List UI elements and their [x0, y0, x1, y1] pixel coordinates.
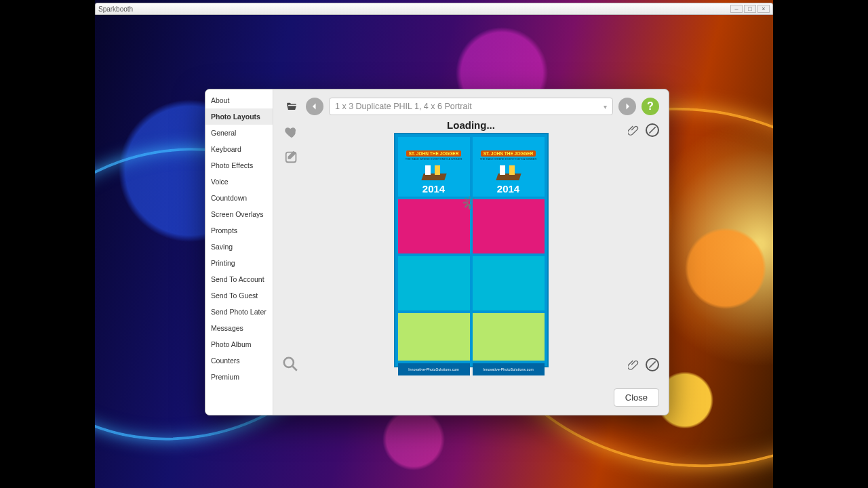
titlebar[interactable]: Sparkbooth – □ × — [95, 3, 773, 15]
preview-slot-1-right — [473, 199, 545, 253]
preferences-sidebar: About Photo Layouts General Keyboard Pho… — [205, 89, 273, 415]
folder-open-icon[interactable] — [283, 98, 300, 115]
preview-header-right: ST. JOHN THE JOGGER THE RACE WHERE EVERY… — [473, 137, 545, 197]
layout-toolbar: 1 x 3 Duplicate PHIL 1, 4 x 6 Portrait ▾… — [283, 98, 659, 115]
attach-overlay-button-2[interactable] — [627, 358, 640, 371]
next-layout-button[interactable] — [618, 98, 636, 115]
clear-overlay-button[interactable] — [646, 123, 659, 137]
sidebar-item-countdown[interactable]: Countdown — [205, 190, 273, 206]
help-button[interactable]: ? — [642, 98, 659, 115]
sidebar-item-counters[interactable]: Counters — [205, 352, 273, 369]
favorite-button[interactable] — [283, 123, 300, 141]
clear-overlay-button-2[interactable] — [646, 358, 659, 371]
minimize-button[interactable]: – — [730, 5, 743, 13]
sidebar-item-send-to-guest[interactable]: Send To Guest — [205, 287, 273, 304]
app-title: Sparkbooth — [98, 5, 729, 13]
prev-layout-button[interactable] — [306, 98, 323, 115]
chevron-down-icon: ▾ — [604, 103, 607, 110]
attach-overlay-button[interactable] — [627, 123, 640, 137]
close-button[interactable]: Close — [614, 388, 659, 407]
close-window-button[interactable]: × — [757, 5, 770, 13]
sidebar-item-send-to-account[interactable]: Send To Account — [205, 271, 273, 287]
sidebar-item-about[interactable]: About — [205, 92, 273, 108]
layout-panel: 1 x 3 Duplicate PHIL 1, 4 x 6 Portrait ▾… — [273, 89, 669, 415]
layout-select[interactable]: 1 x 3 Duplicate PHIL 1, 4 x 6 Portrait ▾ — [329, 98, 613, 115]
letterbox-right — [773, 0, 868, 488]
search-button[interactable] — [281, 355, 299, 375]
sidebar-item-photo-album[interactable]: Photo Album — [205, 336, 273, 352]
sidebar-item-voice[interactable]: Voice — [205, 174, 273, 190]
svg-point-1 — [284, 358, 294, 367]
preview-slot-1-left — [398, 199, 470, 253]
sidebar-item-saving[interactable]: Saving — [205, 239, 273, 255]
maximize-button[interactable]: □ — [744, 5, 756, 13]
preview-slot-2-right — [473, 256, 545, 310]
layout-preview: ST. JOHN THE JOGGER THE RACE WHERE EVERY… — [394, 133, 549, 367]
edit-button[interactable] — [283, 148, 300, 165]
sidebar-item-photo-layouts[interactable]: Photo Layouts — [205, 108, 273, 125]
runner-illustration-icon — [418, 163, 450, 182]
sidebar-item-prompts[interactable]: Prompts — [205, 222, 273, 239]
sidebar-item-send-photo-later[interactable]: Send Photo Later — [205, 304, 273, 320]
sidebar-item-general[interactable]: General — [205, 125, 273, 141]
preview-footer-right: Innovative-PhotoSolutions.com — [473, 363, 545, 375]
preview-footer-left: Innovative-PhotoSolutions.com — [398, 363, 470, 375]
layout-side-tools — [283, 123, 300, 165]
preferences-dialog: About Photo Layouts General Keyboard Pho… — [205, 89, 669, 415]
sidebar-item-messages[interactable]: Messages — [205, 320, 273, 336]
sidebar-item-premium[interactable]: Premium — [205, 369, 273, 385]
sidebar-item-printing[interactable]: Printing — [205, 255, 273, 271]
sidebar-item-screen-overlays[interactable]: Screen Overlays — [205, 206, 273, 222]
preview-slot-2-left — [398, 256, 470, 310]
runner-illustration-icon — [493, 163, 524, 182]
preview-year: 2014 — [422, 183, 445, 195]
layout-select-value: 1 x 3 Duplicate PHIL 1, 4 x 6 Portrait — [335, 102, 472, 111]
preview-slot-3-left — [398, 313, 470, 361]
letterbox-left — [0, 0, 95, 488]
preview-year: 2014 — [497, 183, 519, 195]
preview-subtitle: THE RACE WHERE EVERYONE'S A WINNER — [480, 157, 537, 161]
sidebar-item-photo-effects[interactable]: Photo Effects — [205, 157, 273, 174]
preview-banner: ST. JOHN THE JOGGER — [406, 150, 462, 157]
preview-header-left: ST. JOHN THE JOGGER THE RACE WHERE EVERY… — [398, 137, 470, 197]
sidebar-item-keyboard[interactable]: Keyboard — [205, 141, 273, 157]
preview-banner: ST. JOHN THE JOGGER — [481, 150, 536, 157]
loading-label: Loading... — [447, 119, 495, 131]
preview-subtitle: THE RACE WHERE EVERYONE'S A WINNER — [406, 157, 462, 161]
preview-slot-3-right — [473, 313, 545, 361]
